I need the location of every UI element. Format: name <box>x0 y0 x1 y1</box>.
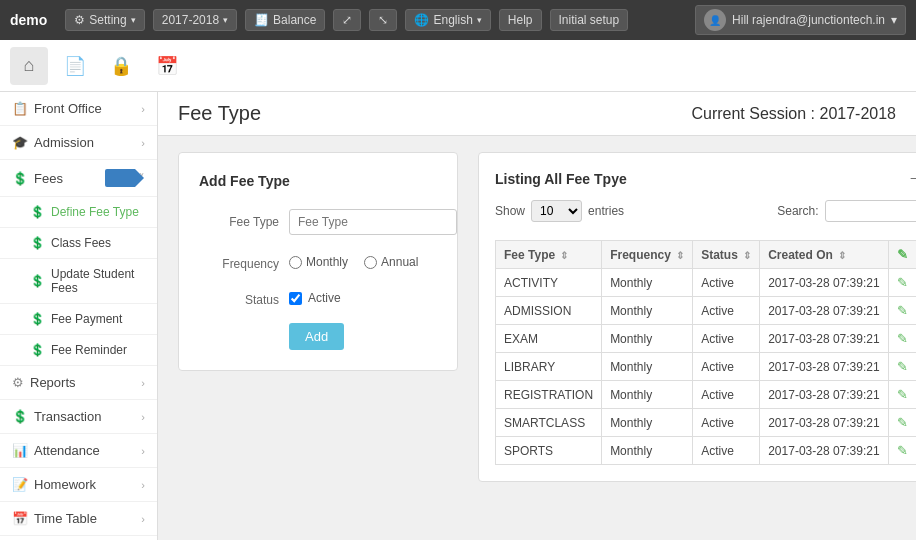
sort-icon: ⇕ <box>676 250 684 261</box>
minimize-button[interactable]: − <box>906 169 916 188</box>
sidebar-sub-label: Update Student Fees <box>51 267 145 295</box>
sidebar-item-transaction[interactable]: 💲 Transaction › <box>0 400 157 434</box>
tab-lock[interactable]: 🔒 <box>102 47 140 85</box>
fee-type-input[interactable] <box>289 209 457 235</box>
sidebar-item-icon: 📊 <box>12 443 28 458</box>
user-menu[interactable]: 👤 Hill rajendra@junctiontech.in ▾ <box>695 5 906 35</box>
edit-icon[interactable]: ✎ <box>897 303 908 318</box>
content-body: Add Fee Type Fee Type Frequency Monthly <box>158 136 916 540</box>
cell-edit[interactable]: ✎ <box>888 297 916 325</box>
sidebar-item-update-student-fees[interactable]: 💲 Update Student Fees <box>0 259 157 304</box>
edit-icon[interactable]: ✎ <box>897 275 908 290</box>
cell-edit[interactable]: ✎ <box>888 269 916 297</box>
chevron-right-icon: › <box>141 513 145 525</box>
sidebar-item-label: Time Table <box>34 511 141 526</box>
sidebar-item-define-fee-type[interactable]: 💲 Define Fee Type <box>0 197 157 228</box>
cell-edit[interactable]: ✎ <box>888 381 916 409</box>
sidebar-item-fees[interactable]: 💲 Fees ˅ <box>0 160 157 197</box>
arrow-decoration <box>105 169 135 187</box>
cell-edit[interactable]: ✎ <box>888 325 916 353</box>
sidebar-item-label: Homework <box>34 477 141 492</box>
cell-created-on: 2017-03-28 07:39:21 <box>760 297 888 325</box>
sidebar-item-fee-reminder[interactable]: 💲 Fee Reminder <box>0 335 157 366</box>
cell-created-on: 2017-03-28 07:39:21 <box>760 437 888 465</box>
sidebar-sub-label: Fee Reminder <box>51 343 127 357</box>
cell-fee-type: ACTIVITY <box>496 269 602 297</box>
cell-status: Active <box>693 437 760 465</box>
chevron-right-icon: › <box>141 479 145 491</box>
cell-status: Active <box>693 353 760 381</box>
show-entries-control: Show 10 25 50 100 entries <box>495 200 624 222</box>
col-created-on[interactable]: Created On ⇕ <box>760 241 888 269</box>
sidebar-sub-label: Class Fees <box>51 236 111 250</box>
fullscreen-button[interactable]: ⤡ <box>369 9 397 31</box>
sidebar: 📋 Front Office › 🎓 Admission › 💲 Fees ˅ … <box>0 92 158 540</box>
table-row: LIBRARY Monthly Active 2017-03-28 07:39:… <box>496 353 917 381</box>
sidebar-item-attendance[interactable]: 📊 Attendance › <box>0 434 157 468</box>
fullscreen-icon: ⤡ <box>378 13 388 27</box>
show-label: Show <box>495 204 525 218</box>
balance-button[interactable]: 🧾 Balance <box>245 9 325 31</box>
sidebar-sub-label: Fee Payment <box>51 312 122 326</box>
cell-frequency: Monthly <box>602 409 693 437</box>
col-fee-type[interactable]: Fee Type ⇕ <box>496 241 602 269</box>
session-info: Current Session : 2017-2018 <box>691 105 896 123</box>
edit-icon[interactable]: ✎ <box>897 387 908 402</box>
sidebar-item-homework[interactable]: 📝 Homework › <box>0 468 157 502</box>
frequency-label: Frequency <box>199 251 279 271</box>
cell-edit[interactable]: ✎ <box>888 353 916 381</box>
annual-option[interactable]: Annual <box>364 255 418 269</box>
tab-home[interactable]: ⌂ <box>10 47 48 85</box>
page-header: Fee Type Current Session : 2017-2018 <box>158 92 916 136</box>
sidebar-item-icon: 💲 <box>12 409 28 424</box>
language-button[interactable]: 🌐 English ▾ <box>405 9 490 31</box>
sidebar-item-icon: 📋 <box>12 101 28 116</box>
cell-edit[interactable]: ✎ <box>888 437 916 465</box>
avatar: 👤 <box>704 9 726 31</box>
sidebar-item-label: Admission <box>34 135 141 150</box>
initial-setup-button[interactable]: Initial setup <box>550 9 629 31</box>
table-row: ADMISSION Monthly Active 2017-03-28 07:3… <box>496 297 917 325</box>
col-frequency[interactable]: Frequency ⇕ <box>602 241 693 269</box>
edit-icon[interactable]: ✎ <box>897 443 908 458</box>
sidebar-item-label: Front Office <box>34 101 141 116</box>
entries-select[interactable]: 10 25 50 100 <box>531 200 582 222</box>
cell-created-on: 2017-03-28 07:39:21 <box>760 353 888 381</box>
col-status[interactable]: Status ⇕ <box>693 241 760 269</box>
sidebar-item-label: Transaction <box>34 409 141 424</box>
tab-document[interactable]: 📄 <box>56 47 94 85</box>
help-button[interactable]: Help <box>499 9 542 31</box>
sidebar-item-class-fees[interactable]: 💲 Class Fees <box>0 228 157 259</box>
sort-icon: ⇕ <box>560 250 568 261</box>
listing-title: Listing All Fee Tpye <box>495 171 627 187</box>
sidebar-item-reports[interactable]: ⚙ Reports › <box>0 366 157 400</box>
cell-edit[interactable]: ✎ <box>888 409 916 437</box>
setting-button[interactable]: ⚙ Setting ▾ <box>65 9 144 31</box>
search-input[interactable] <box>825 200 916 222</box>
cell-fee-type: SMARTCLASS <box>496 409 602 437</box>
cell-status: Active <box>693 409 760 437</box>
sidebar-item-icon: 💲 <box>12 171 28 186</box>
chevron-right-icon: › <box>141 411 145 423</box>
active-checkbox[interactable] <box>289 292 302 305</box>
sidebar-item-fee-payment[interactable]: 💲 Fee Payment <box>0 304 157 335</box>
sidebar-item-admission[interactable]: 🎓 Admission › <box>0 126 157 160</box>
chevron-right-icon: › <box>141 137 145 149</box>
edit-icon[interactable]: ✎ <box>897 359 908 374</box>
session-button[interactable]: 2017-2018 ▾ <box>153 9 237 31</box>
monthly-option[interactable]: Monthly <box>289 255 348 269</box>
sidebar-item-front-office[interactable]: 📋 Front Office › <box>0 92 157 126</box>
caret-icon: ▾ <box>891 13 897 27</box>
add-button[interactable]: Add <box>289 323 344 350</box>
edit-icon[interactable]: ✎ <box>897 415 908 430</box>
sidebar-item-timetable[interactable]: 📅 Time Table › <box>0 502 157 536</box>
expand-button[interactable]: ⤢ <box>333 9 361 31</box>
gear-icon: ⚙ <box>74 13 85 27</box>
chevron-right-icon: › <box>141 377 145 389</box>
tab-calendar[interactable]: 📅 <box>148 47 186 85</box>
edit-icon[interactable]: ✎ <box>897 331 908 346</box>
monthly-radio[interactable] <box>289 256 302 269</box>
cell-frequency: Monthly <box>602 269 693 297</box>
annual-radio[interactable] <box>364 256 377 269</box>
sidebar-item-icon: 📅 <box>12 511 28 526</box>
